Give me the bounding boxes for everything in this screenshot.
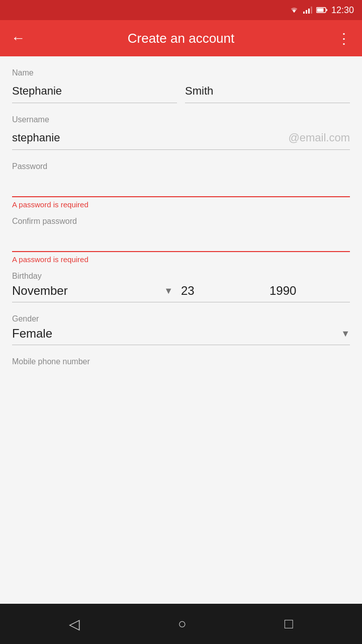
password-field-group: Password A password is required [12, 162, 350, 209]
mobile-label: Mobile phone number [12, 357, 350, 366]
svg-rect-6 [326, 9, 327, 11]
confirm-password-label: Confirm password [12, 217, 350, 226]
gender-dropdown-arrow: ▼ [341, 329, 350, 339]
status-time: 12:30 [331, 5, 354, 16]
confirm-password-error: A password is required [12, 255, 350, 264]
svg-rect-3 [311, 7, 312, 14]
gender-dropdown[interactable]: Female ▼ [12, 327, 350, 345]
username-input[interactable] [12, 127, 288, 149]
menu-button[interactable]: ⋮ [334, 30, 354, 47]
signal-icon [303, 7, 312, 14]
birthday-month-value: November [12, 284, 164, 298]
battery-icon [316, 7, 327, 13]
app-bar-title: Create an account [38, 31, 324, 46]
birthday-day-value[interactable]: 23 [173, 284, 261, 302]
email-suffix: @email.com [288, 131, 350, 149]
username-row: @email.com [12, 127, 350, 150]
svg-rect-1 [306, 10, 307, 14]
password-error: A password is required [12, 200, 350, 209]
last-name-input[interactable] [185, 80, 350, 103]
month-dropdown-arrow: ▼ [164, 286, 173, 296]
username-label: Username [12, 115, 350, 124]
birthday-month-dropdown[interactable]: November ▼ [12, 284, 173, 302]
password-input[interactable] [12, 174, 350, 197]
gender-value: Female [12, 327, 341, 341]
nav-back-button[interactable]: ◁ [69, 616, 80, 632]
birthday-label: Birthday [12, 272, 350, 281]
wifi-icon [289, 7, 299, 14]
nav-recent-button[interactable]: □ [285, 616, 293, 632]
back-button[interactable]: ← [8, 30, 28, 46]
first-name-input[interactable] [12, 80, 177, 103]
birthday-row: November ▼ 23 1990 [12, 284, 350, 302]
birthday-year-value[interactable]: 1990 [261, 284, 350, 302]
name-label: Name [12, 68, 350, 77]
username-field-group: Username @email.com [12, 115, 350, 150]
svg-rect-0 [303, 12, 305, 14]
name-field-group: Name [12, 68, 350, 103]
status-bar: 12:30 [0, 0, 362, 20]
status-icons: 12:30 [289, 5, 354, 16]
nav-bar: ◁ ○ □ [0, 604, 362, 644]
gender-field-group: Gender Female ▼ [12, 314, 350, 345]
confirm-password-input[interactable] [12, 229, 350, 252]
nav-home-button[interactable]: ○ [178, 616, 187, 632]
password-label: Password [12, 162, 350, 171]
name-row [12, 80, 350, 103]
app-bar: ← Create an account ⋮ [0, 20, 362, 56]
birthday-field-group: Birthday November ▼ 23 1990 [12, 272, 350, 302]
gender-label: Gender [12, 314, 350, 324]
confirm-password-field-group: Confirm password A password is required [12, 217, 350, 264]
svg-rect-2 [308, 9, 310, 14]
form-content: Name Username @email.com Password A pass… [0, 56, 362, 604]
svg-rect-5 [317, 9, 323, 12]
